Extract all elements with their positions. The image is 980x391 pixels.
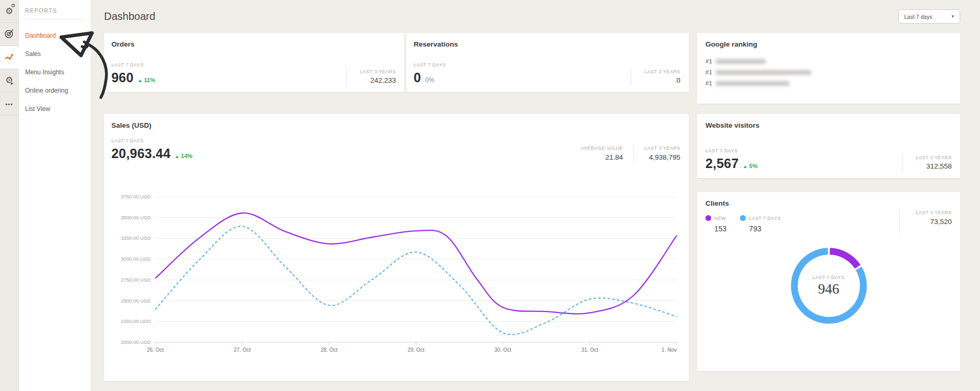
x-axis-label: 1. Nov (662, 347, 677, 353)
sidebar-item-menu-insights[interactable]: Menu Insights (25, 63, 90, 82)
y-axis-label: 3250.00 USD (121, 235, 151, 241)
visitors-secondary: LAST 3 YEARS 312,558 (902, 154, 952, 171)
legend-dot-icon (740, 215, 746, 221)
x-axis-label: 30. Oct (495, 347, 511, 353)
website-visitors-card[interactable]: Website visitors LAST 7 DAYS 2,567 ▲ 5% … (697, 114, 960, 178)
visitors-value: 2,567 (705, 156, 739, 171)
orders-value: 960 (111, 70, 133, 85)
rank-number: #1 (705, 80, 712, 86)
rail-item-settings-gears-icon[interactable]: ⚙⚙ (0, 0, 18, 23)
date-range-value: Last 7 days (904, 14, 932, 20)
legend-label: NEW (714, 216, 726, 221)
reservations-secondary-label: LAST 3 YEARS (640, 69, 680, 74)
sidebar: REPORTS DashboardSalesMenu InsightsOnlin… (19, 0, 90, 391)
y-axis-label: 3750.00 USD (121, 194, 151, 199)
sidebar-item-list-view[interactable]: List View (25, 100, 90, 118)
reservations-secondary-value: 0 (640, 76, 680, 84)
clients-secondary-label: LAST 3 YEARS (909, 210, 952, 215)
reservations-change: 0% (425, 76, 434, 84)
sales-card: Sales (USD) LAST 7 DAYS 20,963.44 ▲ 14% … (104, 114, 689, 381)
clients-legend: NEW153LAST 7 DAYS793 (705, 215, 781, 233)
x-axis-label: 27. Oct (234, 347, 250, 353)
sales-secondary-value: 4,938,795 (644, 153, 680, 161)
sales-line-chart[interactable]: 3750.00 USD3500.00 USD3250.00 USD3000.00… (111, 189, 680, 358)
target-goal-icon (4, 28, 15, 41)
x-axis-label: 29. Oct (407, 347, 424, 353)
chevron-down-icon: ▼ (951, 14, 955, 19)
rail-item-gear-pointer-icon[interactable]: ⚙ (0, 69, 18, 92)
legend-value: 153 (705, 225, 726, 233)
sales-average-label: AVERAGE VALUE (581, 146, 623, 151)
blurred-keyword (716, 70, 811, 75)
ellipsis-icon: ••• (5, 99, 13, 108)
visitors-secondary-value: 312,558 (911, 162, 952, 170)
google-ranking-list: #1#1#1 (705, 57, 952, 87)
sales-average-block: AVERAGE VALUE 21.84 (571, 146, 623, 161)
main-column: Orders LAST 7 DAYS 960 ▲ 11% LAST 3 YEAR (104, 33, 689, 381)
top-stats-row: Orders LAST 7 DAYS 960 ▲ 11% LAST 3 YEAR (104, 33, 689, 92)
x-axis-label: 26. Oct (147, 347, 164, 353)
sidebar-items: DashboardSalesMenu InsightsOnline orderi… (25, 27, 90, 118)
sales-change: ▲ 14% (175, 153, 192, 159)
google-ranking-title: Google ranking (705, 40, 952, 48)
sales-card-title: Sales (USD) (111, 121, 680, 129)
triangle-up-icon: ▲ (138, 78, 142, 83)
clients-donut-chart[interactable]: LAST 7 DAYS 946 (790, 247, 868, 325)
date-range-select[interactable]: Last 7 days ▼ (898, 9, 960, 24)
reservations-period-label: LAST 7 DAYS (414, 62, 631, 68)
reservations-card-title: Reservations (414, 40, 680, 48)
reservations-card[interactable]: Reservations LAST 7 DAYS 0 0% LAST 3 YEA (406, 33, 689, 92)
rank-number: #1 (705, 58, 712, 64)
x-axis-label: 31. Oct (582, 347, 598, 353)
triangle-up-icon: ▲ (175, 154, 179, 159)
clients-top: NEW153LAST 7 DAYS793 LAST 3 YEARS 73,520 (705, 209, 952, 233)
reservations-secondary: LAST 3 YEARS 0 (631, 68, 680, 85)
google-rank-row: #1 (705, 57, 952, 65)
sales-period-label: LAST 7 DAYS (111, 138, 192, 143)
website-visitors-title: Website visitors (705, 121, 952, 129)
triangle-up-icon: ▲ (743, 164, 748, 169)
app-root: ⚙⚙⚙••• REPORTS DashboardSalesMenu Insigh… (0, 0, 980, 391)
orders-card[interactable]: Orders LAST 7 DAYS 960 ▲ 11% LAST 3 YEAR (104, 33, 404, 92)
sales-secondary-block: LAST 3 YEARS 4,938,795 (633, 146, 680, 161)
clients-secondary: LAST 3 YEARS 73,520 (899, 209, 952, 233)
orders-period-label: LAST 7 DAYS (111, 62, 346, 68)
sidebar-item-dashboard[interactable]: Dashboard (25, 27, 90, 45)
blurred-keyword (716, 81, 789, 86)
sidebar-item-sales[interactable]: Sales (25, 45, 90, 63)
y-axis-label: 3500.00 USD (121, 215, 151, 220)
gear-pointer-icon: ⚙ (5, 76, 13, 85)
sales-secondary-label: LAST 3 YEARS (644, 146, 680, 151)
rail-item-target-goal-icon[interactable] (0, 23, 18, 46)
orders-change: ▲ 11% (138, 77, 155, 83)
visitors-stats: LAST 7 DAYS 2,567 ▲ 5% LAST 3 YEARS 312,… (705, 148, 952, 171)
sidebar-item-online-ordering[interactable]: Online ordering (25, 82, 90, 100)
main-header: Dashboard Last 7 days ▼ (104, 0, 960, 33)
icon-rail: ⚙⚙⚙••• (0, 0, 19, 391)
visitors-change: ▲ 5% (743, 163, 758, 169)
y-axis-label: 2750.00 USD (121, 277, 151, 283)
series-previous-period (155, 226, 677, 334)
rank-number: #1 (705, 69, 712, 75)
main-area: Dashboard Last 7 days ▼ Orders LAST 7 DA… (90, 0, 980, 391)
orders-secondary: LAST 3 YEARS 242,233 (346, 68, 396, 85)
y-axis-label: 2500.00 USD (121, 298, 151, 304)
legend-item-last-7-days: LAST 7 DAYS793 (740, 215, 781, 233)
clients-title: Clients (705, 199, 952, 207)
rail-item-line-chart-icon[interactable] (0, 46, 19, 69)
sales-value: 20,963.44 (111, 146, 170, 161)
y-axis-label: 2000.00 USD (121, 339, 151, 345)
sidebar-section-title: REPORTS (25, 7, 84, 19)
clients-card[interactable]: Clients NEW153LAST 7 DAYS793 LAST 3 YEAR… (697, 192, 960, 371)
rail-item-ellipsis-icon[interactable]: ••• (0, 92, 18, 115)
visitors-period-label: LAST 7 DAYS (705, 148, 902, 153)
google-ranking-card[interactable]: Google ranking #1#1#1 (697, 33, 960, 104)
donut-center-label: LAST 7 DAYS (813, 275, 845, 280)
orders-card-title: Orders (111, 40, 396, 48)
visitors-secondary-label: LAST 3 YEARS (911, 155, 952, 160)
google-rank-row: #1 (705, 79, 952, 87)
x-axis-label: 28. Oct (321, 347, 337, 353)
donut-center-value: 946 (818, 281, 839, 297)
page-title: Dashboard (104, 10, 155, 23)
sales-average-value: 21.84 (581, 153, 623, 161)
